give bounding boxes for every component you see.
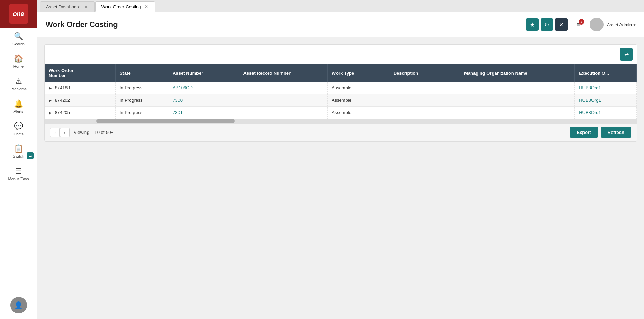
filter-button[interactable]: ⇌ <box>620 48 633 61</box>
tab-asset-dashboard[interactable]: Asset Dashboard ✕ <box>40 1 95 12</box>
avatar-image: 👤 <box>10 297 27 313</box>
cell-work-type: Assemble <box>327 82 389 94</box>
next-page-button[interactable]: › <box>60 128 70 137</box>
cell-state: In Progress <box>115 94 168 107</box>
logo-box: one <box>9 4 28 24</box>
cell-execution-org: HUB8Org1 <box>575 82 637 94</box>
horizontal-scrollbar[interactable] <box>45 119 637 123</box>
filter-bar: ⇌ <box>45 45 637 64</box>
footer-actions: Export Refresh <box>570 127 631 138</box>
refresh-table-button[interactable]: Refresh <box>601 127 631 138</box>
cell-work-order-number: ▶ 874188 <box>45 82 115 94</box>
favorite-button[interactable]: ★ <box>526 18 539 31</box>
cell-execution-org: HUB8Org1 <box>575 94 637 107</box>
sidebar-item-label: Alerts <box>13 109 23 113</box>
sidebar-item-menus[interactable]: ☰ Menus/Favs <box>0 163 37 185</box>
cell-description <box>389 107 460 119</box>
col-header-asset-number: Asset Number <box>168 64 239 82</box>
col-header-managing-org: Managing Organization Name <box>460 64 575 82</box>
cell-managing-org <box>460 94 575 107</box>
table-scroll-wrapper[interactable]: Work OrderNumber State Asset Number Asse… <box>45 64 637 119</box>
sidebar-item-label: Chats <box>13 132 24 136</box>
tab-close-work-order-costing[interactable]: ✕ <box>144 4 149 9</box>
cell-managing-org <box>460 107 575 119</box>
user-name-dropdown[interactable]: Asset Admin ▾ <box>607 22 636 27</box>
cell-work-type: Assemble <box>327 107 389 119</box>
notification-button[interactable]: ≡ 1 <box>572 18 585 31</box>
cell-asset-number: 7300 <box>168 94 239 107</box>
col-header-state: State <box>115 64 168 82</box>
cell-asset-record-number <box>239 107 327 119</box>
cell-description <box>389 94 460 107</box>
content-area: ⇌ Work OrderNumber State Asset Number As… <box>37 37 644 319</box>
switch-icon: 📋 <box>14 144 23 153</box>
bell-icon: 🔔 <box>14 99 23 108</box>
table-row: ▶ 874188 In Progress AB106CD Assemble HU… <box>45 82 637 94</box>
user-avatar-sidebar[interactable]: 👤 <box>10 297 27 313</box>
sidebar-item-alerts[interactable]: 🔔 Alerts <box>0 95 37 118</box>
app-logo[interactable]: one <box>0 0 37 28</box>
asset-number-link[interactable]: 7301 <box>173 110 183 115</box>
cell-work-order-number: ▶ 874205 <box>45 107 115 119</box>
col-header-work-order-number: Work OrderNumber <box>45 64 115 82</box>
sidebar-item-label: Switch <box>13 154 24 158</box>
cell-asset-number: AB106CD <box>168 82 239 94</box>
cell-asset-record-number <box>239 94 327 107</box>
notification-badge: 1 <box>579 19 584 25</box>
cell-state: In Progress <box>115 107 168 119</box>
sidebar-item-label: Menus/Favs <box>8 177 29 181</box>
sidebar-item-switch[interactable]: 📋 Switch ⇄ <box>0 140 37 163</box>
export-button[interactable]: Export <box>570 127 598 138</box>
header-actions: ★ ↻ ✕ ≡ 1 Asset Admin ▾ <box>526 18 636 31</box>
content-panel: ⇌ Work OrderNumber State Asset Number As… <box>44 44 637 142</box>
prev-page-button[interactable]: ‹ <box>50 128 60 137</box>
cell-managing-org <box>460 82 575 94</box>
cell-work-order-number: ▶ 874202 <box>45 94 115 107</box>
page-header: Work Order Costing ★ ↻ ✕ ≡ 1 Asset Admin… <box>37 12 644 37</box>
main-content: Asset Dashboard ✕ Work Order Costing ✕ W… <box>37 0 644 319</box>
work-order-table: Work OrderNumber State Asset Number Asse… <box>45 64 637 119</box>
row-expand-icon[interactable]: ▶ <box>49 86 52 90</box>
scroll-thumb[interactable] <box>96 119 235 123</box>
tab-label: Work Order Costing <box>101 4 141 9</box>
sidebar-item-label: Home <box>13 64 24 69</box>
asset-number-link[interactable]: AB106CD <box>173 85 193 90</box>
row-expand-icon[interactable]: ▶ <box>49 98 52 102</box>
user-name: Asset Admin <box>607 22 632 27</box>
sidebar-item-label: Problems <box>10 87 26 91</box>
cell-state: In Progress <box>115 82 168 94</box>
chat-icon: 💬 <box>14 122 23 131</box>
user-avatar-header[interactable] <box>590 18 604 31</box>
execution-org-link[interactable]: HUB8Org1 <box>579 110 601 115</box>
page-title: Work Order Costing <box>46 20 526 29</box>
switch-badge: ⇄ <box>27 152 34 159</box>
cell-work-type: Assemble <box>327 94 389 107</box>
tab-bar: Asset Dashboard ✕ Work Order Costing ✕ <box>37 0 644 12</box>
asset-number-link[interactable]: 7300 <box>173 98 183 103</box>
pagination-info: Viewing 1-10 of 50+ <box>74 130 113 135</box>
col-header-description: Description <box>389 64 460 82</box>
cell-asset-number: 7301 <box>168 107 239 119</box>
sidebar-item-chats[interactable]: 💬 Chats <box>0 118 37 140</box>
sidebar: one 🔍 Search 🏠 Home ⚠ Problems 🔔 Alerts … <box>0 0 37 319</box>
warning-icon: ⚠ <box>15 77 22 86</box>
home-icon: 🏠 <box>14 54 23 63</box>
tab-work-order-costing[interactable]: Work Order Costing ✕ <box>95 1 155 12</box>
dropdown-arrow-icon: ▾ <box>633 22 636 27</box>
close-page-button[interactable]: ✕ <box>555 18 568 31</box>
cell-execution-org: HUB8Org1 <box>575 107 637 119</box>
sidebar-item-home[interactable]: 🏠 Home <box>0 50 37 73</box>
tab-close-asset-dashboard[interactable]: ✕ <box>83 4 89 10</box>
cell-asset-record-number <box>239 82 327 94</box>
menu-icon: ☰ <box>15 167 22 176</box>
sidebar-item-label: Search <box>12 42 25 46</box>
execution-org-link[interactable]: HUB8Org1 <box>579 85 601 90</box>
search-icon: 🔍 <box>14 32 23 41</box>
col-header-execution-org: Execution O... <box>575 64 637 82</box>
table-row: ▶ 874205 In Progress 7301 Assemble HUB8O… <box>45 107 637 119</box>
refresh-page-button[interactable]: ↻ <box>541 18 553 31</box>
sidebar-item-problems[interactable]: ⚠ Problems <box>0 73 37 95</box>
row-expand-icon[interactable]: ▶ <box>49 111 52 115</box>
sidebar-item-search[interactable]: 🔍 Search <box>0 28 37 50</box>
execution-org-link[interactable]: HUB8Org1 <box>579 98 601 103</box>
